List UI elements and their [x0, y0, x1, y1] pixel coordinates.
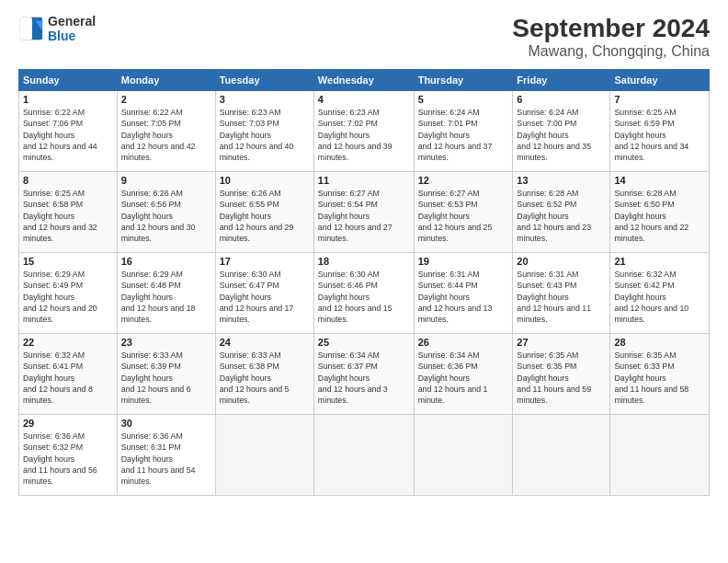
- month-title: September 2024: [512, 14, 710, 43]
- day-number: 10: [220, 175, 310, 186]
- table-row: 13 Sunrise: 6:28 AM Sunset: 6:52 PM Dayl…: [513, 172, 610, 253]
- table-row: [215, 415, 313, 496]
- day-info: Sunrise: 6:36 AM Sunset: 6:32 PM Dayligh…: [23, 431, 113, 488]
- day-info: Sunrise: 6:25 AM Sunset: 6:59 PM Dayligh…: [614, 107, 705, 164]
- day-number: 16: [121, 256, 211, 267]
- day-info: Sunrise: 6:23 AM Sunset: 7:03 PM Dayligh…: [220, 107, 310, 164]
- logo: General Blue: [18, 14, 96, 43]
- day-info: Sunrise: 6:24 AM Sunset: 7:00 PM Dayligh…: [517, 107, 606, 164]
- page-header: General Blue September 2024 Mawang, Chon…: [18, 14, 710, 60]
- day-info: Sunrise: 6:30 AM Sunset: 6:47 PM Dayligh…: [220, 269, 310, 326]
- day-info: Sunrise: 6:27 AM Sunset: 6:54 PM Dayligh…: [318, 188, 410, 245]
- table-row: 25 Sunrise: 6:34 AM Sunset: 6:37 PM Dayl…: [313, 334, 414, 415]
- table-row: 12 Sunrise: 6:27 AM Sunset: 6:53 PM Dayl…: [414, 172, 513, 253]
- day-info: Sunrise: 6:25 AM Sunset: 6:58 PM Dayligh…: [23, 188, 113, 245]
- table-row: 18 Sunrise: 6:30 AM Sunset: 6:46 PM Dayl…: [313, 253, 414, 334]
- day-info: Sunrise: 6:33 AM Sunset: 6:38 PM Dayligh…: [220, 350, 310, 407]
- calendar-table: Sunday Monday Tuesday Wednesday Thursday…: [18, 69, 710, 496]
- day-number: 15: [23, 256, 113, 267]
- day-number: 7: [614, 94, 705, 105]
- table-row: 5 Sunrise: 6:24 AM Sunset: 7:01 PM Dayli…: [414, 91, 513, 172]
- col-monday: Monday: [117, 70, 215, 91]
- day-number: 9: [121, 175, 211, 186]
- table-row: 20 Sunrise: 6:31 AM Sunset: 6:43 PM Dayl…: [513, 253, 610, 334]
- table-row: 21 Sunrise: 6:32 AM Sunset: 6:42 PM Dayl…: [610, 253, 710, 334]
- day-info: Sunrise: 6:24 AM Sunset: 7:01 PM Dayligh…: [418, 107, 509, 164]
- table-row: 15 Sunrise: 6:29 AM Sunset: 6:49 PM Dayl…: [19, 253, 118, 334]
- day-info: Sunrise: 6:22 AM Sunset: 7:06 PM Dayligh…: [23, 107, 113, 164]
- day-number: 28: [614, 337, 705, 348]
- table-row: 7 Sunrise: 6:25 AM Sunset: 6:59 PM Dayli…: [610, 91, 710, 172]
- table-row: 19 Sunrise: 6:31 AM Sunset: 6:44 PM Dayl…: [414, 253, 513, 334]
- calendar-week-row: 1 Sunrise: 6:22 AM Sunset: 7:06 PM Dayli…: [19, 91, 710, 172]
- day-number: 23: [121, 337, 211, 348]
- day-number: 26: [418, 337, 509, 348]
- day-info: Sunrise: 6:35 AM Sunset: 6:35 PM Dayligh…: [517, 350, 606, 407]
- day-info: Sunrise: 6:30 AM Sunset: 6:46 PM Dayligh…: [318, 269, 410, 326]
- table-row: 24 Sunrise: 6:33 AM Sunset: 6:38 PM Dayl…: [215, 334, 313, 415]
- table-row: 23 Sunrise: 6:33 AM Sunset: 6:39 PM Dayl…: [117, 334, 215, 415]
- table-row: 28 Sunrise: 6:35 AM Sunset: 6:33 PM Dayl…: [610, 334, 710, 415]
- day-info: Sunrise: 6:28 AM Sunset: 6:50 PM Dayligh…: [614, 188, 705, 245]
- calendar-week-row: 8 Sunrise: 6:25 AM Sunset: 6:58 PM Dayli…: [19, 172, 710, 253]
- table-row: [610, 415, 710, 496]
- day-number: 6: [517, 94, 606, 105]
- col-wednesday: Wednesday: [313, 70, 414, 91]
- day-number: 30: [121, 418, 211, 429]
- table-row: 3 Sunrise: 6:23 AM Sunset: 7:03 PM Dayli…: [215, 91, 313, 172]
- table-row: 14 Sunrise: 6:28 AM Sunset: 6:50 PM Dayl…: [610, 172, 710, 253]
- day-info: Sunrise: 6:32 AM Sunset: 6:42 PM Dayligh…: [614, 269, 705, 326]
- table-row: 4 Sunrise: 6:23 AM Sunset: 7:02 PM Dayli…: [313, 91, 414, 172]
- col-friday: Friday: [513, 70, 610, 91]
- day-info: Sunrise: 6:34 AM Sunset: 6:37 PM Dayligh…: [318, 350, 410, 407]
- day-number: 18: [318, 256, 410, 267]
- day-info: Sunrise: 6:27 AM Sunset: 6:53 PM Dayligh…: [418, 188, 509, 245]
- day-number: 17: [220, 256, 310, 267]
- day-number: 2: [121, 94, 211, 105]
- day-number: 11: [318, 175, 410, 186]
- day-number: 4: [318, 94, 410, 105]
- table-row: 1 Sunrise: 6:22 AM Sunset: 7:06 PM Dayli…: [19, 91, 118, 172]
- calendar-week-row: 29 Sunrise: 6:36 AM Sunset: 6:32 PM Dayl…: [19, 415, 710, 496]
- col-thursday: Thursday: [414, 70, 513, 91]
- svg-rect-2: [20, 17, 32, 40]
- day-number: 3: [220, 94, 310, 105]
- table-row: 27 Sunrise: 6:35 AM Sunset: 6:35 PM Dayl…: [513, 334, 610, 415]
- day-number: 19: [418, 256, 509, 267]
- table-row: 26 Sunrise: 6:34 AM Sunset: 6:36 PM Dayl…: [414, 334, 513, 415]
- day-info: Sunrise: 6:34 AM Sunset: 6:36 PM Dayligh…: [418, 350, 509, 407]
- col-tuesday: Tuesday: [215, 70, 313, 91]
- table-row: [414, 415, 513, 496]
- day-number: 22: [23, 337, 113, 348]
- col-sunday: Sunday: [19, 70, 118, 91]
- table-row: 6 Sunrise: 6:24 AM Sunset: 7:00 PM Dayli…: [513, 91, 610, 172]
- calendar-week-row: 22 Sunrise: 6:32 AM Sunset: 6:41 PM Dayl…: [19, 334, 710, 415]
- day-number: 25: [318, 337, 410, 348]
- day-number: 27: [517, 337, 606, 348]
- table-row: 30 Sunrise: 6:36 AM Sunset: 6:31 PM Dayl…: [117, 415, 215, 496]
- day-info: Sunrise: 6:28 AM Sunset: 6:52 PM Dayligh…: [517, 188, 606, 245]
- table-row: 9 Sunrise: 6:26 AM Sunset: 6:56 PM Dayli…: [117, 172, 215, 253]
- day-info: Sunrise: 6:23 AM Sunset: 7:02 PM Dayligh…: [318, 107, 410, 164]
- day-number: 8: [23, 175, 113, 186]
- day-info: Sunrise: 6:36 AM Sunset: 6:31 PM Dayligh…: [121, 431, 211, 488]
- logo-text: General Blue: [48, 14, 96, 43]
- table-row: 2 Sunrise: 6:22 AM Sunset: 7:05 PM Dayli…: [117, 91, 215, 172]
- day-number: 21: [614, 256, 705, 267]
- title-block: September 2024 Mawang, Chongqing, China: [512, 14, 710, 60]
- day-number: 1: [23, 94, 113, 105]
- day-number: 29: [23, 418, 113, 429]
- day-number: 13: [517, 175, 606, 186]
- day-info: Sunrise: 6:31 AM Sunset: 6:43 PM Dayligh…: [517, 269, 606, 326]
- table-row: [513, 415, 610, 496]
- day-info: Sunrise: 6:22 AM Sunset: 7:05 PM Dayligh…: [121, 107, 211, 164]
- logo-icon: [18, 16, 44, 41]
- day-info: Sunrise: 6:32 AM Sunset: 6:41 PM Dayligh…: [23, 350, 113, 407]
- day-info: Sunrise: 6:31 AM Sunset: 6:44 PM Dayligh…: [418, 269, 509, 326]
- day-number: 20: [517, 256, 606, 267]
- calendar-header-row: Sunday Monday Tuesday Wednesday Thursday…: [19, 70, 710, 91]
- table-row: 16 Sunrise: 6:29 AM Sunset: 6:48 PM Dayl…: [117, 253, 215, 334]
- day-number: 24: [220, 337, 310, 348]
- day-info: Sunrise: 6:35 AM Sunset: 6:33 PM Dayligh…: [614, 350, 705, 407]
- table-row: 22 Sunrise: 6:32 AM Sunset: 6:41 PM Dayl…: [19, 334, 118, 415]
